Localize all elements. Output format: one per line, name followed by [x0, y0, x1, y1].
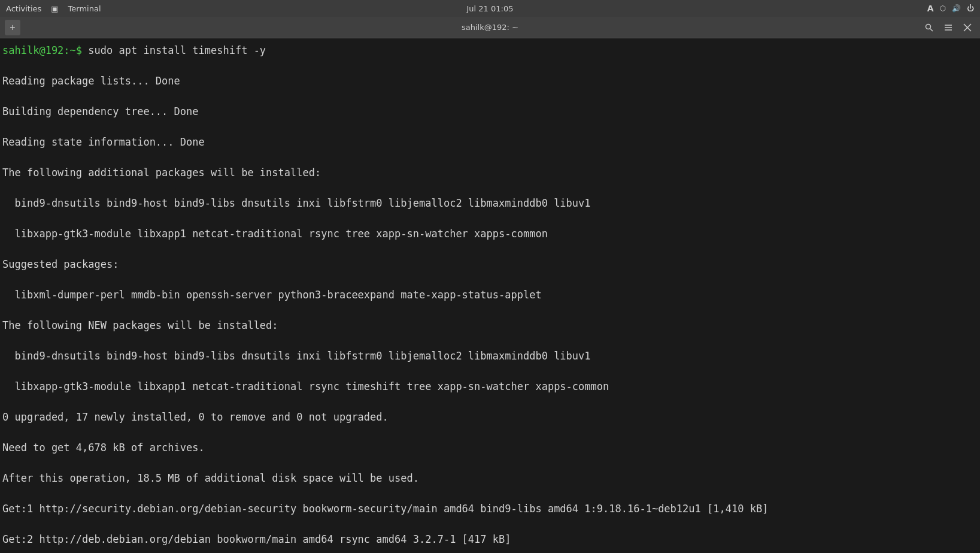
terminal-line: After this operation, 18.5 MB of additio…: [2, 471, 978, 486]
terminal-line: Get:1 http://security.debian.org/debian-…: [2, 501, 978, 517]
terminal-line: Reading package lists... Done: [2, 74, 978, 89]
search-icon: [925, 23, 933, 32]
system-bar-datetime: Jul 21 01:05: [467, 4, 514, 13]
terminal-taskbar-icon: ▣: [51, 4, 58, 13]
terminal-line: 0 upgraded, 17 newly installed, 0 to rem…: [2, 410, 978, 425]
terminal-window: + sahilk@192: ~: [0, 17, 980, 553]
terminal-line: libxapp-gtk3-module libxapp1 netcat-trad…: [2, 226, 978, 242]
titlebar-title: sahilk@192: ~: [462, 23, 518, 32]
network-icon: ⬡: [940, 4, 946, 13]
svg-point-0: [926, 24, 931, 29]
terminal-line: bind9-dnsutils bind9-host bind9-libs dns…: [2, 349, 978, 364]
terminal-line: Get:2 http://deb.debian.org/debian bookw…: [2, 532, 978, 548]
terminal-titlebar: + sahilk@192: ~: [0, 17, 980, 38]
font-icon: A: [927, 4, 934, 13]
menu-button[interactable]: [940, 20, 956, 35]
close-icon: [963, 23, 972, 32]
search-button[interactable]: [921, 20, 937, 35]
prompt: sahilk@192:~$: [2, 44, 88, 56]
hamburger-icon: [944, 23, 952, 32]
terminal-taskbar-label[interactable]: Terminal: [68, 4, 101, 13]
terminal-line: sahilk@192:~$ sudo apt install timeshift…: [2, 43, 978, 59]
terminal-line: The following additional packages will b…: [2, 165, 978, 181]
volume-icon: 🔊: [952, 4, 961, 13]
terminal-line: Need to get 4,678 kB of archives.: [2, 440, 978, 456]
titlebar-right: [921, 20, 975, 35]
terminal-line: libxapp-gtk3-module libxapp1 netcat-trad…: [2, 379, 978, 395]
terminal-line: libxml-dumper-perl mmdb-bin openssh-serv…: [2, 288, 978, 303]
terminal-line: Suggested packages:: [2, 257, 978, 273]
system-bar-right: A ⬡ 🔊 ⏻: [927, 4, 974, 13]
close-button[interactable]: [960, 20, 975, 35]
terminal-line: Reading state information... Done: [2, 135, 978, 150]
terminal-line: Building dependency tree... Done: [2, 104, 978, 120]
system-bar: Activities ▣ Terminal Jul 21 01:05 A ⬡ 🔊…: [0, 0, 980, 17]
power-icon: ⏻: [967, 4, 974, 13]
system-bar-left: Activities ▣ Terminal: [6, 4, 101, 13]
titlebar-left: +: [5, 20, 20, 35]
svg-line-1: [930, 28, 933, 31]
activities-label[interactable]: Activities: [6, 4, 41, 13]
terminal-output[interactable]: sahilk@192:~$ sudo apt install timeshift…: [0, 38, 980, 553]
new-tab-button[interactable]: +: [5, 20, 20, 35]
terminal-line: The following NEW packages will be insta…: [2, 318, 978, 334]
terminal-line: bind9-dnsutils bind9-host bind9-libs dns…: [2, 196, 978, 211]
command: sudo apt install timeshift -y: [88, 44, 266, 56]
